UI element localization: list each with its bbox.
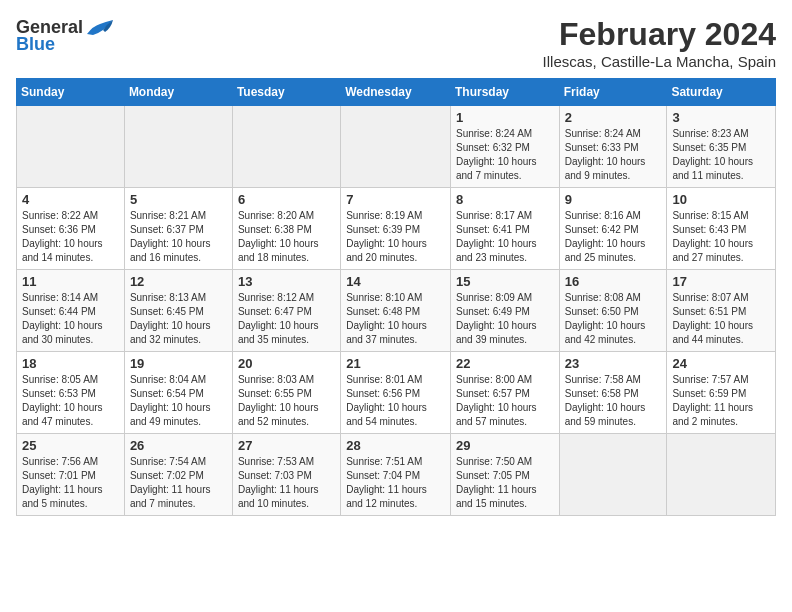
calendar-cell: 26Sunrise: 7:54 AMSunset: 7:02 PMDayligh… (124, 434, 232, 516)
calendar-cell: 25Sunrise: 7:56 AMSunset: 7:01 PMDayligh… (17, 434, 125, 516)
day-number: 14 (346, 274, 445, 289)
day-number: 1 (456, 110, 554, 125)
day-number: 15 (456, 274, 554, 289)
logo: General Blue (16, 16, 115, 55)
day-number: 5 (130, 192, 227, 207)
calendar-cell: 10Sunrise: 8:15 AMSunset: 6:43 PMDayligh… (667, 188, 776, 270)
day-number: 10 (672, 192, 770, 207)
days-header-row: Sunday Monday Tuesday Wednesday Thursday… (17, 79, 776, 106)
calendar-cell (341, 106, 451, 188)
day-info: Sunrise: 8:17 AMSunset: 6:41 PMDaylight:… (456, 209, 554, 265)
day-info: Sunrise: 8:10 AMSunset: 6:48 PMDaylight:… (346, 291, 445, 347)
header-sunday: Sunday (17, 79, 125, 106)
day-info: Sunrise: 7:54 AMSunset: 7:02 PMDaylight:… (130, 455, 227, 511)
calendar-cell: 7Sunrise: 8:19 AMSunset: 6:39 PMDaylight… (341, 188, 451, 270)
calendar-cell: 14Sunrise: 8:10 AMSunset: 6:48 PMDayligh… (341, 270, 451, 352)
header-tuesday: Tuesday (232, 79, 340, 106)
day-info: Sunrise: 8:07 AMSunset: 6:51 PMDaylight:… (672, 291, 770, 347)
calendar-cell: 11Sunrise: 8:14 AMSunset: 6:44 PMDayligh… (17, 270, 125, 352)
day-number: 8 (456, 192, 554, 207)
calendar-cell: 15Sunrise: 8:09 AMSunset: 6:49 PMDayligh… (450, 270, 559, 352)
day-info: Sunrise: 8:08 AMSunset: 6:50 PMDaylight:… (565, 291, 662, 347)
day-info: Sunrise: 8:01 AMSunset: 6:56 PMDaylight:… (346, 373, 445, 429)
calendar-cell: 4Sunrise: 8:22 AMSunset: 6:36 PMDaylight… (17, 188, 125, 270)
logo-blue-text: Blue (16, 34, 55, 55)
calendar-cell: 6Sunrise: 8:20 AMSunset: 6:38 PMDaylight… (232, 188, 340, 270)
calendar-cell: 3Sunrise: 8:23 AMSunset: 6:35 PMDaylight… (667, 106, 776, 188)
day-number: 27 (238, 438, 335, 453)
day-number: 19 (130, 356, 227, 371)
day-info: Sunrise: 8:22 AMSunset: 6:36 PMDaylight:… (22, 209, 119, 265)
calendar-cell: 8Sunrise: 8:17 AMSunset: 6:41 PMDaylight… (450, 188, 559, 270)
calendar-table: Sunday Monday Tuesday Wednesday Thursday… (16, 78, 776, 516)
day-info: Sunrise: 8:05 AMSunset: 6:53 PMDaylight:… (22, 373, 119, 429)
header-wednesday: Wednesday (341, 79, 451, 106)
day-number: 26 (130, 438, 227, 453)
week-row-0: 1Sunrise: 8:24 AMSunset: 6:32 PMDaylight… (17, 106, 776, 188)
title-area: February 2024 Illescas, Castille-La Manc… (543, 16, 776, 70)
calendar-title: February 2024 (543, 16, 776, 53)
day-number: 25 (22, 438, 119, 453)
week-row-1: 4Sunrise: 8:22 AMSunset: 6:36 PMDaylight… (17, 188, 776, 270)
day-info: Sunrise: 8:16 AMSunset: 6:42 PMDaylight:… (565, 209, 662, 265)
calendar-subtitle: Illescas, Castille-La Mancha, Spain (543, 53, 776, 70)
day-info: Sunrise: 8:15 AMSunset: 6:43 PMDaylight:… (672, 209, 770, 265)
day-info: Sunrise: 8:03 AMSunset: 6:55 PMDaylight:… (238, 373, 335, 429)
day-info: Sunrise: 7:58 AMSunset: 6:58 PMDaylight:… (565, 373, 662, 429)
calendar-cell: 24Sunrise: 7:57 AMSunset: 6:59 PMDayligh… (667, 352, 776, 434)
day-number: 18 (22, 356, 119, 371)
header-friday: Friday (559, 79, 667, 106)
day-number: 2 (565, 110, 662, 125)
day-info: Sunrise: 8:12 AMSunset: 6:47 PMDaylight:… (238, 291, 335, 347)
day-info: Sunrise: 8:24 AMSunset: 6:33 PMDaylight:… (565, 127, 662, 183)
calendar-cell (17, 106, 125, 188)
day-info: Sunrise: 8:00 AMSunset: 6:57 PMDaylight:… (456, 373, 554, 429)
day-info: Sunrise: 8:14 AMSunset: 6:44 PMDaylight:… (22, 291, 119, 347)
day-info: Sunrise: 7:57 AMSunset: 6:59 PMDaylight:… (672, 373, 770, 429)
header: General Blue February 2024 Illescas, Cas… (16, 16, 776, 70)
day-number: 13 (238, 274, 335, 289)
day-info: Sunrise: 8:20 AMSunset: 6:38 PMDaylight:… (238, 209, 335, 265)
day-number: 23 (565, 356, 662, 371)
day-number: 3 (672, 110, 770, 125)
day-number: 22 (456, 356, 554, 371)
calendar-cell (559, 434, 667, 516)
calendar-cell: 21Sunrise: 8:01 AMSunset: 6:56 PMDayligh… (341, 352, 451, 434)
calendar-cell: 13Sunrise: 8:12 AMSunset: 6:47 PMDayligh… (232, 270, 340, 352)
calendar-cell: 29Sunrise: 7:50 AMSunset: 7:05 PMDayligh… (450, 434, 559, 516)
day-number: 24 (672, 356, 770, 371)
day-number: 20 (238, 356, 335, 371)
calendar-cell: 23Sunrise: 7:58 AMSunset: 6:58 PMDayligh… (559, 352, 667, 434)
day-number: 11 (22, 274, 119, 289)
day-info: Sunrise: 8:13 AMSunset: 6:45 PMDaylight:… (130, 291, 227, 347)
day-number: 17 (672, 274, 770, 289)
day-number: 7 (346, 192, 445, 207)
calendar-cell: 16Sunrise: 8:08 AMSunset: 6:50 PMDayligh… (559, 270, 667, 352)
header-thursday: Thursday (450, 79, 559, 106)
calendar-cell: 27Sunrise: 7:53 AMSunset: 7:03 PMDayligh… (232, 434, 340, 516)
week-row-4: 25Sunrise: 7:56 AMSunset: 7:01 PMDayligh… (17, 434, 776, 516)
day-info: Sunrise: 8:09 AMSunset: 6:49 PMDaylight:… (456, 291, 554, 347)
day-info: Sunrise: 7:50 AMSunset: 7:05 PMDaylight:… (456, 455, 554, 511)
day-number: 4 (22, 192, 119, 207)
day-info: Sunrise: 8:23 AMSunset: 6:35 PMDaylight:… (672, 127, 770, 183)
day-info: Sunrise: 7:53 AMSunset: 7:03 PMDaylight:… (238, 455, 335, 511)
day-number: 12 (130, 274, 227, 289)
calendar-cell: 18Sunrise: 8:05 AMSunset: 6:53 PMDayligh… (17, 352, 125, 434)
calendar-cell (124, 106, 232, 188)
calendar-cell: 17Sunrise: 8:07 AMSunset: 6:51 PMDayligh… (667, 270, 776, 352)
week-row-3: 18Sunrise: 8:05 AMSunset: 6:53 PMDayligh… (17, 352, 776, 434)
calendar-cell: 1Sunrise: 8:24 AMSunset: 6:32 PMDaylight… (450, 106, 559, 188)
day-number: 6 (238, 192, 335, 207)
calendar-cell (667, 434, 776, 516)
day-number: 29 (456, 438, 554, 453)
calendar-cell (232, 106, 340, 188)
calendar-cell: 5Sunrise: 8:21 AMSunset: 6:37 PMDaylight… (124, 188, 232, 270)
calendar-cell: 9Sunrise: 8:16 AMSunset: 6:42 PMDaylight… (559, 188, 667, 270)
day-info: Sunrise: 8:04 AMSunset: 6:54 PMDaylight:… (130, 373, 227, 429)
calendar-cell: 20Sunrise: 8:03 AMSunset: 6:55 PMDayligh… (232, 352, 340, 434)
day-number: 16 (565, 274, 662, 289)
day-number: 28 (346, 438, 445, 453)
day-number: 9 (565, 192, 662, 207)
day-info: Sunrise: 8:19 AMSunset: 6:39 PMDaylight:… (346, 209, 445, 265)
